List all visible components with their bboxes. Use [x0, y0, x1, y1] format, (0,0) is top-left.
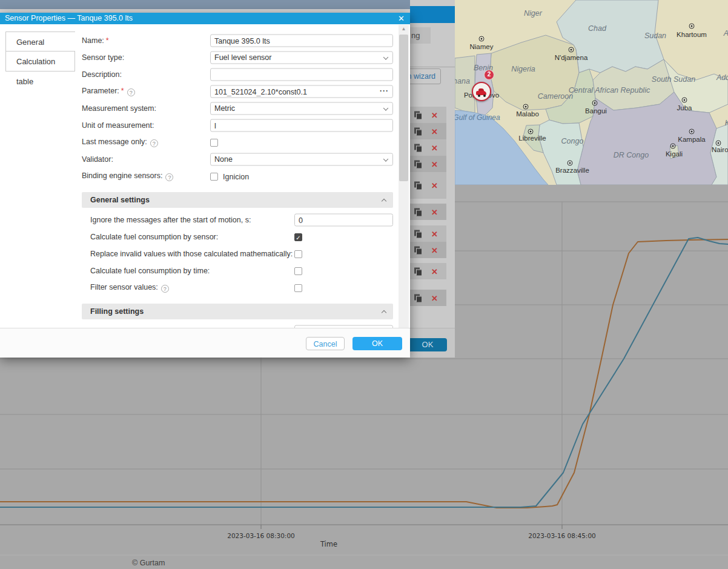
city-marker-icon: [592, 101, 598, 106]
delete-icon[interactable]: ✕: [431, 159, 438, 168]
city-marker-icon: [569, 47, 574, 53]
help-icon[interactable]: ?: [165, 173, 173, 181]
help-icon[interactable]: ?: [161, 285, 169, 293]
copy-icon[interactable]: [414, 111, 422, 119]
tab-calculation-table[interactable]: Calculation table: [5, 52, 75, 72]
form-row-sensor-type: Sensor type:Fuel level sensor: [82, 49, 393, 66]
form-row-filter-sensor-values: Filter sensor values:?: [82, 279, 393, 296]
delete-icon[interactable]: ✕: [431, 207, 438, 216]
help-icon[interactable]: ?: [127, 88, 135, 96]
chart-axis-label: 2023-03-16 08:45:00: [528, 532, 596, 539]
section-header-filling-settings[interactable]: Filling settings: [82, 304, 393, 319]
chart-axis-label: 2023-03-16 08:30:00: [227, 532, 295, 539]
form-row-ignore-messages-after-motion: Ignore the messages after the start of m…: [82, 211, 393, 228]
car-icon: [483, 95, 486, 97]
description-input[interactable]: [210, 68, 393, 81]
sensor-list-row: ✕: [410, 172, 446, 199]
map-copyright: © Gurtam: [132, 559, 165, 567]
parameter-input[interactable]: [210, 85, 393, 98]
city-marker-icon: [479, 36, 485, 42]
form-row-last-message-only: Last message only:?: [82, 134, 393, 151]
validator-label: Validator:: [82, 155, 113, 164]
form-row-binding-engine-sensors: Binding engine sensors:?Ignicion: [82, 168, 393, 185]
calc-fuel-consumption-by-time-checkbox[interactable]: [294, 267, 302, 275]
copy-icon[interactable]: [414, 246, 422, 254]
form-row-unit-of-measurement: Unit of measurement:: [82, 117, 393, 134]
city-marker-icon: [670, 144, 676, 149]
measurement-system-selected-value: Metric: [214, 104, 235, 113]
form-row-parameter: Parameter:*?···: [82, 83, 393, 100]
form-row-validator: Validator:None: [82, 151, 393, 168]
copy-icon[interactable]: [414, 144, 422, 151]
unit-marker[interactable]: 2: [472, 82, 491, 101]
background-ok-button[interactable]: OK: [410, 338, 447, 351]
map-canvas[interactable]: NigerChadSudanBeninNigeriahanaSouth Suda…: [455, 0, 728, 185]
ignore-messages-after-motion-label: Ignore the messages after the start of m…: [90, 216, 251, 224]
unit-of-measurement-label: Unit of measurement:: [82, 121, 154, 130]
delete-icon[interactable]: ✕: [431, 127, 438, 136]
chevron-up-icon: [382, 310, 386, 315]
chevron-down-icon: [383, 156, 388, 161]
unit-of-measurement-input[interactable]: [210, 119, 393, 132]
delete-icon[interactable]: ✕: [431, 143, 438, 152]
chevron-up-icon: [382, 199, 386, 204]
replace-invalid-values-checkbox[interactable]: [294, 250, 302, 258]
parameter-ellipsis-button[interactable]: ···: [380, 87, 389, 95]
dialog-footer: Cancel OK: [0, 328, 410, 358]
validator-selected-value: None: [214, 155, 233, 164]
section-header-general-settings[interactable]: General settings: [82, 192, 393, 208]
name-input[interactable]: [210, 35, 393, 47]
parameter-label: Parameter:*?: [82, 87, 135, 96]
required-asterisk: *: [106, 36, 109, 45]
sensor-list-row: ✕: [410, 242, 446, 258]
copy-icon[interactable]: [414, 160, 422, 168]
tab-general[interactable]: General: [5, 32, 75, 52]
cluster-count-badge: 2: [484, 70, 494, 80]
copy-icon[interactable]: [414, 182, 422, 190]
copy-icon[interactable]: [414, 230, 422, 238]
sensor-form: Name:*Sensor type:Fuel level sensorDescr…: [82, 24, 393, 341]
background-window-titlebar: [0, 0, 455, 9]
delete-icon[interactable]: ✕: [431, 267, 438, 276]
cancel-button[interactable]: Cancel: [306, 337, 345, 350]
validator-select[interactable]: None: [210, 153, 393, 166]
sensor-list-row: ✕: [410, 156, 446, 172]
measurement-system-select[interactable]: Metric: [210, 102, 393, 115]
filter-sensor-values-checkbox[interactable]: [294, 284, 302, 292]
chart-xlabel: Time: [320, 540, 337, 548]
calc-fuel-consumption-by-sensor-label: Calculate fuel consumption by sensor:: [90, 233, 218, 241]
ok-button[interactable]: OK: [352, 337, 402, 350]
ignore-messages-after-motion-input[interactable]: [294, 214, 393, 227]
copy-icon[interactable]: [414, 294, 422, 302]
copy-icon[interactable]: [414, 127, 422, 135]
delete-icon[interactable]: ✕: [431, 229, 438, 238]
help-icon[interactable]: ?: [150, 139, 158, 147]
last-message-only-checkbox[interactable]: [210, 139, 218, 147]
measurement-system-label: Measurement system:: [82, 104, 156, 113]
city-marker-icon: [689, 129, 695, 135]
calc-fuel-consumption-by-time-label: Calculate fuel consumption by time:: [90, 267, 210, 275]
sensor-list-row: ✕: [410, 123, 446, 139]
sensor-list-row: ✕: [410, 290, 446, 306]
sensor-list-row: ✕: [410, 225, 446, 242]
copy-icon[interactable]: [414, 208, 422, 216]
close-icon[interactable]: ✕: [398, 13, 405, 24]
delete-icon[interactable]: ✕: [431, 293, 438, 302]
dialog-scrollbar[interactable]: ▲ ▼: [399, 25, 409, 341]
calc-fuel-consumption-by-sensor-checkbox[interactable]: ✓: [294, 233, 302, 241]
sensor-type-select[interactable]: Fuel level sensor: [210, 52, 393, 64]
binding-engine-sensors-checkbox[interactable]: [210, 173, 218, 181]
chevron-down-icon: [383, 105, 388, 110]
delete-icon[interactable]: ✕: [431, 181, 438, 190]
delete-icon[interactable]: ✕: [431, 245, 438, 255]
delete-icon[interactable]: ✕: [431, 110, 438, 119]
dialog-titlebar[interactable]: Sensor Properties — Tanque 395.0 lts ✕: [0, 13, 410, 24]
city-marker-icon: [528, 129, 534, 135]
filter-sensor-values-label: Filter sensor values:?: [90, 283, 169, 293]
scrollbar-thumb[interactable]: [399, 35, 408, 181]
copy-icon[interactable]: [414, 267, 422, 275]
sensor-type-label: Sensor type:: [82, 53, 124, 62]
scroll-up-icon[interactable]: ▲: [399, 25, 409, 33]
form-row-calc-fuel-consumption-by-sensor: Calculate fuel consumption by sensor:✓: [82, 228, 393, 245]
city-marker-icon: [689, 24, 695, 29]
